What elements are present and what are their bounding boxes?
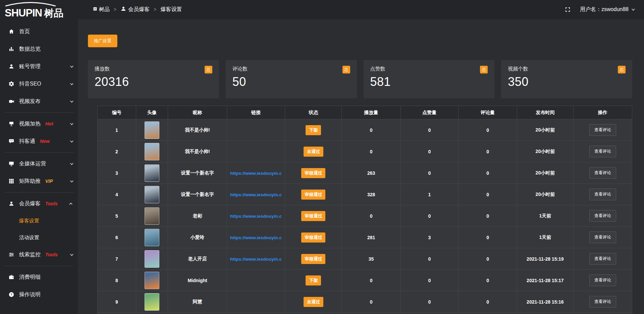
breadcrumb: 树品>会员爆客>爆客设置	[93, 6, 182, 13]
cell-avatar	[136, 205, 168, 227]
cell-nickname: 老彬	[168, 205, 227, 227]
table-row: 9阿慧未通过0002021-11-28 15:16查看评论	[98, 291, 632, 313]
svg-text:?: ?	[10, 293, 12, 296]
chevron-down-icon	[70, 179, 73, 182]
cell-link	[227, 119, 285, 141]
grid-icon	[8, 178, 15, 185]
cell-likes: 1	[400, 184, 458, 205]
cell-comments: 0	[458, 248, 517, 270]
video-link[interactable]: https://www.iesdouyin.c	[230, 192, 282, 197]
username-menu[interactable]: 用户名：zswodun88	[580, 6, 634, 13]
promo-settings-button[interactable]: 推广设置	[88, 35, 117, 47]
cell-nickname: 阿慧	[168, 291, 227, 313]
table-header-cell: 状态	[285, 106, 342, 119]
sidebar-item-0[interactable]: 首页	[0, 23, 78, 40]
cell-link	[227, 141, 285, 162]
view-comments-button[interactable]: 查看评论	[589, 167, 616, 179]
stat-card: 评论数总50	[226, 60, 357, 98]
sidebar-item-16[interactable]: ?操作说明	[0, 286, 78, 303]
app-logo: SHUPIN 树品	[0, 0, 78, 21]
chevron-down-icon	[70, 64, 73, 68]
fullscreen-icon[interactable]	[565, 7, 571, 12]
cell-plays: 0	[342, 141, 400, 162]
sidebar-item-1[interactable]: 数据总览	[0, 40, 78, 58]
cell-comments: 0	[458, 205, 517, 227]
home-icon	[8, 28, 15, 35]
status-badge: 下架	[306, 275, 321, 285]
videos-table-wrap: 编号头像昵称链接状态播放量点赞量评论量发布时间操作 1我不是小帅!下架00020…	[97, 106, 632, 314]
cell-likes: 0	[400, 248, 458, 270]
cell-plays: 0	[342, 270, 400, 291]
cell-plays: 35	[342, 248, 400, 270]
chevron-down-icon	[70, 122, 73, 125]
cell-number: 10	[98, 313, 136, 314]
table-header-cell: 链接	[227, 106, 285, 119]
breadcrumb-separator: >	[114, 7, 116, 12]
sidebar-item-12[interactable]: 会员爆客Tools	[0, 195, 78, 212]
sidebar-item-6[interactable]: 视频加热Hot	[0, 115, 78, 133]
cell-avatar	[136, 270, 168, 291]
video-link[interactable]: https://www.iesdouyin.c	[230, 214, 282, 219]
cell-actions: 查看评论	[573, 141, 632, 162]
cell-status: 审核通过	[285, 205, 342, 227]
cell-actions: 查看评论	[573, 162, 632, 184]
view-comments-button[interactable]: 查看评论	[589, 274, 616, 286]
sidebar-item-label: 数据总览	[19, 46, 41, 53]
video-link[interactable]: https://www.iesdouyin.c	[230, 257, 282, 262]
cell-time: 20小时前	[517, 184, 573, 205]
view-comments-button[interactable]: 查看评论	[589, 189, 616, 200]
cell-nickname: 小爱玲	[168, 227, 227, 248]
sidebar-subitem[interactable]: 活动设置	[0, 229, 78, 246]
table-row: 3设置一个新名字https://www.iesdouyin.c审核通过26300…	[98, 162, 632, 184]
breadcrumb-item[interactable]: 爆客设置	[160, 6, 182, 13]
view-comments-button[interactable]: 查看评论	[589, 124, 616, 136]
sidebar-item-tag: New	[40, 139, 50, 144]
status-badge: 审核通过	[301, 190, 325, 200]
table-header-row: 编号头像昵称链接状态播放量点赞量评论量发布时间操作	[98, 106, 632, 119]
table-row: 4设置一个新名字https://www.iesdouyin.c审核通过32810…	[98, 184, 632, 205]
view-comments-button[interactable]: 查看评论	[589, 231, 616, 243]
sidebar-subitem[interactable]: 爆客设置	[0, 212, 78, 229]
table-header-cell: 点赞量	[400, 106, 458, 119]
view-comments-button[interactable]: 查看评论	[589, 296, 616, 308]
video-link[interactable]: https://www.iesdouyin.c	[230, 235, 282, 240]
view-comments-button[interactable]: 查看评论	[589, 146, 616, 157]
sidebar-item-label: 矩阵助推	[19, 178, 41, 185]
avatar	[145, 250, 159, 268]
wallet-icon	[8, 274, 15, 280]
sidebar-item-15[interactable]: 消费明细	[0, 268, 78, 286]
sidebar-item-3[interactable]: 抖音SEO	[0, 75, 78, 93]
stat-card-top: 评论数总	[232, 66, 350, 73]
view-comments-button[interactable]: 查看评论	[589, 253, 616, 265]
sidebar-item-7[interactable]: 抖客通New	[0, 133, 78, 150]
sidebar-item-label: 抖音SEO	[19, 81, 41, 88]
view-comments-button[interactable]: 查看评论	[589, 210, 616, 222]
breadcrumb-item[interactable]: 会员爆客	[120, 6, 150, 13]
cell-status: 审核通过	[285, 227, 342, 248]
table-row: 2我不是小帅!未通过00020小时前查看评论	[98, 141, 632, 162]
chat-icon	[8, 138, 15, 145]
chevron-down-icon	[632, 7, 635, 11]
cell-time: 1天前	[517, 227, 573, 248]
sidebar-item-10[interactable]: 矩阵助推VIP	[0, 172, 78, 190]
breadcrumb-label: 树品	[99, 6, 110, 13]
table-header-cell: 编号	[98, 106, 136, 119]
sidebar-item-13[interactable]: 线索监控Tools	[0, 246, 78, 263]
cell-likes: 0	[400, 205, 458, 227]
chevron-down-icon	[70, 162, 73, 165]
sidebar-item-4[interactable]: 视频发布	[0, 93, 78, 110]
cell-time: 20小时前	[517, 141, 573, 162]
sidebar-item-9[interactable]: 全媒体运营	[0, 155, 78, 172]
cell-avatar	[136, 248, 168, 270]
table-header-cell: 昵称	[168, 106, 227, 119]
cell-status: 审核通过	[285, 162, 342, 184]
sidebar-item-tag: VIP	[45, 178, 53, 184]
video-link[interactable]: https://www.iesdouyin.c	[230, 171, 282, 176]
main-content: 推广设置 播放数总20316评论数总50点赞数总581视频个数总350 编号头像…	[78, 19, 644, 314]
sidebar-item-2[interactable]: 账号管理	[0, 58, 78, 75]
breadcrumb-item[interactable]: 树品	[93, 6, 110, 13]
total-badge: 总	[342, 66, 350, 73]
cell-likes	[400, 313, 458, 314]
cell-time: 2021-11-28 15:17	[517, 270, 573, 291]
logo-text-cn: 树品	[44, 8, 63, 18]
